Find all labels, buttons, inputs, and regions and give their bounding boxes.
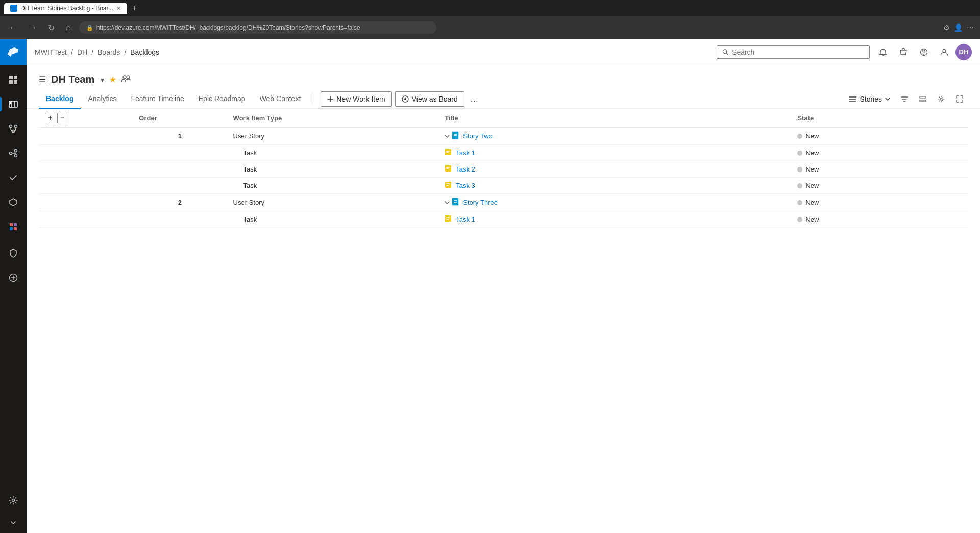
breadcrumb-boards[interactable]: Boards: [97, 48, 120, 56]
user-settings-button[interactable]: [935, 43, 953, 61]
svg-point-9: [15, 125, 17, 128]
search-icon: [722, 49, 729, 56]
cell-title[interactable]: Story Three: [438, 194, 791, 211]
state-text: New: [805, 182, 819, 189]
collapse-arrow[interactable]: [445, 132, 450, 140]
tab-epic-roadmap[interactable]: Epic Roadmap: [191, 89, 253, 109]
title-dropdown-button[interactable]: ▾: [101, 76, 104, 84]
cell-order: 2: [133, 194, 227, 211]
svg-rect-4: [9, 101, 17, 107]
table-row[interactable]: 2User Story Story ThreeNew: [39, 194, 968, 211]
search-box[interactable]: [717, 45, 870, 59]
state-text: New: [805, 215, 819, 223]
cell-title[interactable]: Task 1: [438, 145, 791, 161]
settings-button[interactable]: [933, 91, 949, 107]
table-row[interactable]: Task Task 3New: [39, 178, 968, 194]
table-row[interactable]: 1User Story Story TwoNew: [39, 128, 968, 145]
breadcrumb-project[interactable]: DH: [77, 48, 87, 56]
col-header-title: Title: [438, 109, 791, 128]
favorite-star-icon[interactable]: ★: [109, 75, 116, 84]
collapse-arrow[interactable]: [445, 199, 450, 206]
sidebar-item-repos[interactable]: [0, 116, 27, 141]
svg-rect-17: [10, 227, 13, 230]
more-tools-icon[interactable]: ⋯: [967, 23, 974, 32]
sidebar-item-marketplace[interactable]: [0, 214, 27, 239]
sidebar-item-add[interactable]: [0, 265, 27, 290]
sidebar-item-overview[interactable]: [0, 67, 27, 92]
svg-point-25: [127, 76, 130, 79]
reload-button[interactable]: ↻: [45, 22, 58, 34]
profile-icon[interactable]: 👤: [954, 23, 963, 32]
sidebar-item-test-plans[interactable]: [0, 165, 27, 190]
svg-point-8: [10, 125, 12, 128]
forward-button[interactable]: →: [26, 22, 40, 33]
cell-title[interactable]: Task 2: [438, 161, 791, 178]
shopping-bag-button[interactable]: [894, 43, 913, 61]
filter-button[interactable]: [896, 91, 913, 107]
chevron-down-icon: [885, 97, 890, 101]
browser-tab[interactable]: DH Team Stories Backlog - Boar... ✕: [4, 3, 127, 14]
view-as-board-button[interactable]: View as Board: [395, 91, 464, 107]
breadcrumb: MWITTest / DH / Boards / Backlogs: [35, 48, 159, 56]
cell-title[interactable]: Story Two: [438, 128, 791, 145]
azure-devops-logo[interactable]: [0, 39, 27, 65]
new-work-item-button[interactable]: New Work Item: [321, 91, 391, 107]
hamburger-icon[interactable]: ☰: [39, 75, 46, 84]
back-button[interactable]: ←: [6, 22, 20, 33]
work-item-title[interactable]: Task 1: [456, 149, 475, 157]
tab-backlog[interactable]: Backlog: [39, 89, 81, 109]
board-icon: [402, 95, 409, 103]
sidebar-item-security[interactable]: [0, 241, 27, 265]
help-button[interactable]: [915, 43, 933, 61]
stories-dropdown[interactable]: Stories: [845, 93, 894, 105]
tab-bar: Backlog Analytics Feature Timeline Epic …: [27, 89, 980, 109]
svg-rect-37: [445, 149, 451, 155]
table-row[interactable]: Task Task 1New: [39, 211, 968, 228]
cell-title[interactable]: Task 1: [438, 211, 791, 228]
tab-close-button[interactable]: ✕: [116, 5, 121, 12]
work-item-title[interactable]: Task 1: [456, 215, 475, 223]
svg-rect-32: [920, 100, 926, 102]
table-row[interactable]: Task Task 1New: [39, 145, 968, 161]
sidebar-expand-button[interactable]: [0, 513, 27, 533]
expand-all-button[interactable]: +: [45, 113, 55, 123]
work-item-title[interactable]: Task 3: [456, 182, 475, 189]
table-row[interactable]: Task Task 2New: [39, 161, 968, 178]
search-input[interactable]: [732, 48, 864, 56]
group-by-button[interactable]: [915, 91, 931, 107]
notifications-button[interactable]: [874, 43, 892, 61]
cell-state: New: [791, 161, 968, 178]
sidebar-item-artifacts[interactable]: [0, 190, 27, 214]
work-item-title[interactable]: Task 2: [456, 165, 475, 173]
work-item-title[interactable]: Story Two: [463, 132, 493, 140]
task-icon: [445, 165, 454, 174]
state-text: New: [805, 132, 819, 140]
work-item-title[interactable]: Story Three: [463, 199, 498, 206]
col-header-expand: + −: [39, 109, 133, 128]
svg-point-33: [940, 98, 942, 100]
team-members-icon[interactable]: [121, 75, 131, 85]
tab-web-context[interactable]: Web Context: [253, 89, 308, 109]
more-options-button[interactable]: ...: [468, 93, 481, 104]
tab-analytics[interactable]: Analytics: [81, 89, 124, 109]
page-header: ☰ DH Team ▾ ★: [27, 65, 980, 85]
expand-view-button[interactable]: [951, 91, 968, 107]
extensions-icon[interactable]: ⚙: [943, 23, 950, 32]
sidebar-item-boards[interactable]: [0, 92, 27, 116]
tab-feature-timeline[interactable]: Feature Timeline: [124, 89, 191, 109]
url-bar[interactable]: 🔒 https://dev.azure.com/MWITTest/DH/_bac…: [79, 21, 436, 34]
home-button[interactable]: ⌂: [63, 22, 74, 33]
collapse-all-button[interactable]: −: [57, 113, 67, 123]
sidebar-item-pipelines[interactable]: [0, 141, 27, 165]
svg-point-23: [943, 49, 946, 52]
cell-title[interactable]: Task 3: [438, 178, 791, 194]
state-dot: [797, 217, 802, 222]
user-avatar[interactable]: DH: [955, 44, 972, 60]
cell-expand: [39, 161, 133, 178]
breadcrumb-org[interactable]: MWITTest: [35, 48, 67, 56]
new-tab-button[interactable]: +: [130, 4, 139, 13]
svg-rect-0: [9, 76, 13, 79]
state-text: New: [805, 149, 819, 157]
sidebar-settings-icon[interactable]: [0, 488, 27, 513]
backlog-table: + − Order Work Item Type Title State 1Us…: [39, 109, 968, 228]
